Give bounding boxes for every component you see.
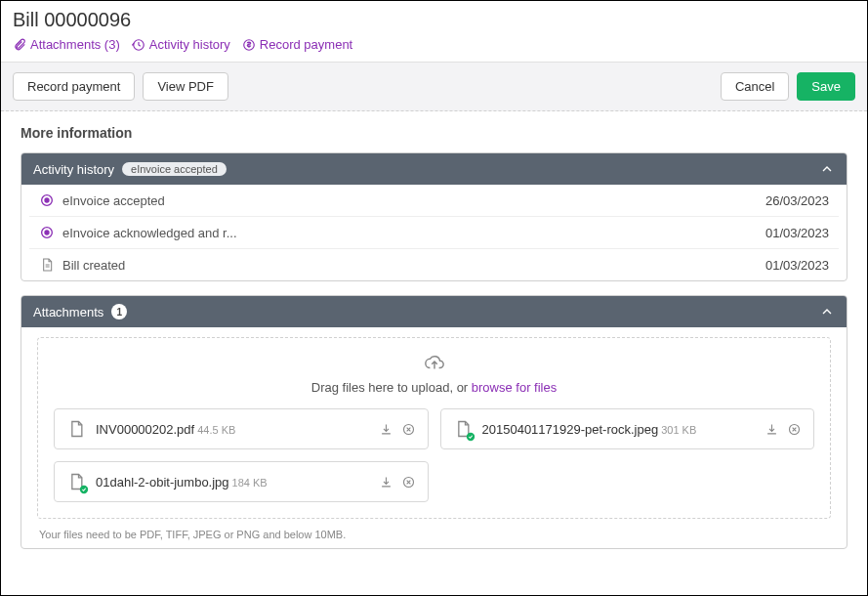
attachments-count-badge: 1 (111, 304, 127, 319)
activity-history-panel: Activity history eInvoice accepted eInvo… (21, 152, 847, 281)
file-card[interactable]: INV00000202.pdf44.5 KB (54, 408, 429, 449)
svg-point-2 (45, 198, 49, 202)
document-icon (39, 257, 55, 273)
activity-history-link-label: Activity history (149, 37, 230, 52)
svg-point-4 (45, 231, 49, 234)
file-name: INV00000202.pdf (96, 422, 194, 437)
cloud-upload-icon (424, 352, 445, 373)
activity-history-title: Activity history (33, 162, 114, 177)
file-size: 44.5 KB (197, 424, 235, 436)
attachments-panel: Attachments 1 Drag files here to upload,… (21, 295, 847, 549)
check-circle-icon (466, 432, 475, 442)
download-icon[interactable] (765, 422, 779, 437)
view-pdf-button[interactable]: View PDF (143, 72, 228, 101)
activity-history-header[interactable]: Activity history eInvoice accepted (21, 153, 847, 185)
file-size: 184 KB (232, 477, 268, 489)
browse-files-link[interactable]: browse for files (472, 380, 557, 395)
save-button[interactable]: Save (797, 72, 855, 101)
history-row[interactable]: eInvoice acknowledged and r...01/03/2023 (29, 217, 839, 249)
history-date: 01/03/2023 (765, 258, 829, 273)
drag-text: Drag files here to upload, or (311, 380, 472, 395)
remove-icon[interactable] (401, 475, 416, 490)
file-size: 301 KB (661, 424, 696, 436)
file-card[interactable]: 20150401171929-pet-rock.jpeg301 KB (440, 408, 815, 449)
action-bar: Record payment View PDF Cancel Save (1, 62, 867, 111)
upload-dropzone[interactable]: Drag files here to upload, or browse for… (37, 337, 831, 519)
cancel-button[interactable]: Cancel (721, 72, 789, 101)
attachments-title: Attachments (33, 305, 103, 319)
history-text: eInvoice accepted (62, 193, 165, 208)
remove-icon[interactable] (401, 422, 416, 437)
check-circle-icon (79, 485, 89, 494)
history-badge: eInvoice accepted (122, 162, 227, 176)
file-name: 01dahl-2-obit-jumbo.jpg (96, 475, 229, 490)
attachments-link[interactable]: Attachments (3) (13, 37, 120, 52)
attachments-link-label: Attachments (3) (30, 37, 120, 52)
einvoice-icon (39, 225, 55, 240)
file-card[interactable]: 01dahl-2-obit-jumbo.jpg184 KB (54, 461, 429, 502)
record-payment-button[interactable]: Record payment (13, 72, 135, 101)
history-row[interactable]: Bill created01/03/2023 (29, 249, 839, 280)
chevron-up-icon (819, 161, 835, 177)
history-row[interactable]: eInvoice accepted26/03/2023 (29, 185, 839, 217)
history-date: 01/03/2023 (765, 226, 829, 240)
file-name: 20150401171929-pet-rock.jpeg (482, 422, 659, 437)
more-information-heading: More information (21, 125, 847, 141)
chevron-up-icon (819, 304, 835, 319)
activity-history-link[interactable]: Activity history (132, 37, 230, 52)
einvoice-icon (39, 192, 55, 208)
remove-icon[interactable] (787, 422, 802, 437)
paperclip-icon (13, 38, 26, 52)
attachments-header[interactable]: Attachments 1 (21, 296, 847, 327)
record-payment-link-label: Record payment (260, 37, 352, 52)
upload-hint: Your files need to be PDF, TIFF, JPEG or… (37, 529, 831, 540)
file-icon (66, 419, 86, 439)
history-text: Bill created (62, 258, 125, 273)
dollar-circle-icon (242, 38, 256, 52)
download-icon[interactable] (379, 422, 393, 437)
history-text: eInvoice acknowledged and r... (62, 226, 237, 240)
page-title: Bill 00000096 (13, 9, 855, 31)
download-icon[interactable] (379, 475, 393, 490)
history-date: 26/03/2023 (765, 193, 829, 208)
history-icon (132, 38, 145, 52)
record-payment-link[interactable]: Record payment (242, 37, 352, 52)
